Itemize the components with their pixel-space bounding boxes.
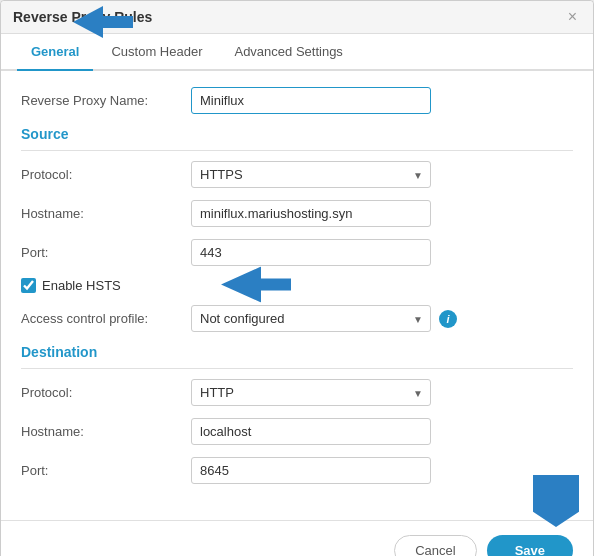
destination-hostname-label: Hostname: (21, 424, 191, 439)
source-protocol-row: Protocol: HTTPS HTTP ▼ (21, 161, 573, 188)
destination-hostname-row: Hostname: (21, 418, 573, 445)
destination-port-row: Port: (21, 457, 573, 484)
source-protocol-select[interactable]: HTTPS HTTP (191, 161, 431, 188)
access-control-label: Access control profile: (21, 311, 191, 326)
dialog-titlebar: Reverse Proxy Rules × (1, 1, 593, 34)
close-button[interactable]: × (564, 9, 581, 25)
source-protocol-select-wrapper: HTTPS HTTP ▼ (191, 161, 431, 188)
proxy-name-input[interactable] (191, 87, 431, 114)
enable-hsts-row: Enable HSTS (21, 278, 573, 293)
destination-port-input[interactable] (191, 457, 431, 484)
source-hostname-row: Hostname: (21, 200, 573, 227)
source-port-label: Port: (21, 245, 191, 260)
source-section-title: Source (21, 126, 573, 142)
destination-divider (21, 368, 573, 369)
dialog-footer: Cancel Save (1, 520, 593, 556)
destination-protocol-select-wrapper: HTTP HTTPS ▼ (191, 379, 431, 406)
source-port-input[interactable] (191, 239, 431, 266)
source-hostname-input[interactable] (191, 200, 431, 227)
access-control-select-wrapper: Not configured ▼ (191, 305, 431, 332)
dialog-body: Reverse Proxy Name: Source Protocol: HTT… (1, 71, 593, 512)
access-control-controls: Not configured ▼ i (191, 305, 457, 332)
tab-general[interactable]: General (17, 34, 93, 71)
source-hostname-label: Hostname: (21, 206, 191, 221)
enable-hsts-label[interactable]: Enable HSTS (42, 278, 121, 293)
source-port-row: Port: (21, 239, 573, 266)
tab-bar: General Custom Header Advanced Settings (1, 34, 593, 71)
destination-port-label: Port: (21, 463, 191, 478)
source-protocol-label: Protocol: (21, 167, 191, 182)
destination-protocol-select[interactable]: HTTP HTTPS (191, 379, 431, 406)
proxy-name-row: Reverse Proxy Name: (21, 87, 573, 114)
reverse-proxy-dialog: Reverse Proxy Rules × General Custom Hea… (0, 0, 594, 556)
access-control-row: Access control profile: Not configured ▼… (21, 305, 573, 332)
destination-hostname-input[interactable] (191, 418, 431, 445)
destination-protocol-label: Protocol: (21, 385, 191, 400)
destination-protocol-row: Protocol: HTTP HTTPS ▼ (21, 379, 573, 406)
access-control-select[interactable]: Not configured (191, 305, 431, 332)
tab-advanced-settings[interactable]: Advanced Settings (220, 34, 356, 71)
save-button[interactable]: Save (487, 535, 573, 556)
tab-custom-header[interactable]: Custom Header (97, 34, 216, 71)
svg-marker-1 (221, 266, 291, 302)
hsts-arrow (221, 266, 291, 305)
destination-section-title: Destination (21, 344, 573, 360)
source-divider (21, 150, 573, 151)
access-control-info-icon[interactable]: i (439, 310, 457, 328)
proxy-name-label: Reverse Proxy Name: (21, 93, 191, 108)
dialog-title: Reverse Proxy Rules (13, 9, 152, 25)
enable-hsts-checkbox[interactable] (21, 278, 36, 293)
cancel-button[interactable]: Cancel (394, 535, 476, 556)
